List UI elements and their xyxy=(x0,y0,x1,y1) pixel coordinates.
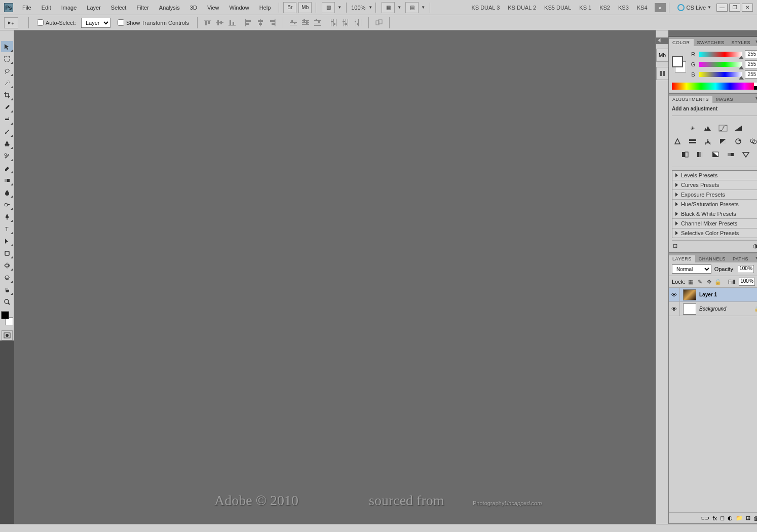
g-slider[interactable] xyxy=(699,62,742,67)
visibility-toggle[interactable]: 👁 xyxy=(669,302,680,316)
color-preview[interactable] xyxy=(672,56,686,72)
threshold-icon[interactable] xyxy=(710,149,721,160)
adj-expand-icon[interactable]: ⊡ xyxy=(673,243,677,249)
invert-icon[interactable] xyxy=(679,149,691,160)
vibrance-icon[interactable] xyxy=(672,136,683,146)
magic-wand-tool[interactable] xyxy=(1,78,13,89)
tab-color[interactable]: COLOR xyxy=(669,39,694,46)
menu-help[interactable]: Help xyxy=(254,3,276,13)
bridge-button[interactable]: Br xyxy=(283,2,296,13)
screen-mode-dropdown[interactable]: ▧▼ xyxy=(321,2,342,13)
3d-rotate-tool[interactable] xyxy=(1,260,13,271)
preset-curves[interactable]: Curves Presets xyxy=(672,180,757,190)
workspace-ks1[interactable]: KS 1 xyxy=(575,3,595,13)
menu-select[interactable]: Select xyxy=(106,3,132,13)
foreground-color-swatch[interactable] xyxy=(1,311,9,319)
path-selection-tool[interactable] xyxy=(1,236,13,247)
adj-clip-icon[interactable]: ◑ xyxy=(753,243,757,249)
tab-paths[interactable]: PATHS xyxy=(729,255,752,262)
color-spectrum[interactable] xyxy=(672,83,757,90)
preset-levels[interactable]: Levels Presets xyxy=(672,171,757,180)
adjustment-layer-icon[interactable]: ◐ xyxy=(728,515,733,521)
lock-position-icon[interactable]: ✥ xyxy=(705,278,712,285)
menu-3d[interactable]: 3D xyxy=(185,3,202,13)
menu-edit[interactable]: Edit xyxy=(36,3,56,13)
marquee-tool[interactable] xyxy=(1,53,13,64)
selective-color-icon[interactable] xyxy=(740,149,751,160)
auto-align-button[interactable] xyxy=(374,18,384,28)
layer-name[interactable]: Background xyxy=(699,306,752,312)
history-brush-tool[interactable] xyxy=(1,150,13,162)
workspace-ks5dual[interactable]: KS5 DUAL xyxy=(540,3,575,13)
workspace-ks2[interactable]: KS2 xyxy=(595,3,614,13)
distribute-bottom[interactable] xyxy=(313,18,323,28)
workspace-ks4[interactable]: KS4 xyxy=(633,3,652,13)
menu-window[interactable]: Window xyxy=(224,3,254,13)
distribute-vcenter[interactable] xyxy=(300,18,311,28)
brightness-contrast-icon[interactable]: ☀ xyxy=(687,123,698,133)
tab-layers[interactable]: LAYERS xyxy=(669,255,695,262)
photo-filter-icon[interactable] xyxy=(733,136,744,146)
lock-transparency-icon[interactable]: ▦ xyxy=(687,278,694,285)
menu-view[interactable]: View xyxy=(202,3,224,13)
distribute-right[interactable] xyxy=(353,18,363,28)
preset-channel[interactable]: Channel Mixer Presets xyxy=(672,219,757,229)
preset-bw[interactable]: Black & White Presets xyxy=(672,209,757,219)
b-slider[interactable] xyxy=(699,72,742,77)
align-vertical-centers[interactable] xyxy=(215,18,225,28)
quick-mask-button[interactable] xyxy=(2,330,13,340)
window-restore-button[interactable]: ❐ xyxy=(729,4,740,12)
lock-all-icon[interactable]: 🔒 xyxy=(714,278,722,285)
eraser-tool[interactable] xyxy=(1,163,13,174)
stamp-tool[interactable] xyxy=(1,138,13,149)
layer-name[interactable]: Layer 1 xyxy=(699,292,757,297)
align-bottom-edges[interactable] xyxy=(227,18,237,28)
3d-orbit-tool[interactable] xyxy=(1,272,13,283)
brush-tool[interactable] xyxy=(1,126,13,137)
tab-adjustments[interactable]: ADJUSTMENTS xyxy=(669,96,712,103)
menu-file[interactable]: File xyxy=(17,3,36,13)
shape-tool[interactable] xyxy=(1,248,13,259)
layer-style-icon[interactable]: fx xyxy=(712,515,717,521)
align-horizontal-centers[interactable] xyxy=(255,18,266,28)
workspace-more-button[interactable]: » xyxy=(655,3,666,12)
black-white-icon[interactable] xyxy=(717,136,729,146)
dodge-tool[interactable] xyxy=(1,199,13,210)
document-canvas[interactable]: Adobe © 2010 sourced from PhotographyUnc… xyxy=(14,30,656,524)
curves-icon[interactable] xyxy=(717,123,729,133)
collapsed-panel-2[interactable] xyxy=(656,67,668,80)
healing-brush-tool[interactable] xyxy=(1,114,13,125)
gradient-map-icon[interactable] xyxy=(725,149,736,160)
layer-thumbnail[interactable] xyxy=(683,303,696,315)
eyedropper-tool[interactable] xyxy=(1,102,13,113)
window-minimize-button[interactable]: — xyxy=(716,4,728,12)
workspace-ks3[interactable]: KS3 xyxy=(614,3,633,13)
color-balance-icon[interactable] xyxy=(702,136,713,146)
b-value[interactable]: 255 xyxy=(745,70,757,79)
layer-mask-icon[interactable]: ◻ xyxy=(720,515,725,521)
tab-swatches[interactable]: SWATCHES xyxy=(694,39,728,46)
pen-tool[interactable] xyxy=(1,211,13,222)
g-value[interactable]: 255 xyxy=(745,60,757,68)
hand-tool[interactable] xyxy=(1,284,13,295)
auto-select-checkbox[interactable]: Auto-Select: xyxy=(37,19,76,26)
menu-filter[interactable]: Filter xyxy=(131,3,154,13)
align-top-edges[interactable] xyxy=(203,18,213,28)
menu-layer[interactable]: Layer xyxy=(82,3,106,13)
delete-layer-icon[interactable]: 🗑 xyxy=(753,515,757,521)
preset-exposure[interactable]: Exposure Presets xyxy=(672,190,757,200)
tab-styles[interactable]: STYLES xyxy=(728,39,754,46)
view-extras-dropdown[interactable]: ▤▼ xyxy=(404,2,425,13)
distribute-hcenter[interactable] xyxy=(341,18,351,28)
arrange-docs-dropdown[interactable]: ▦▼ xyxy=(381,2,401,13)
show-transform-checkbox[interactable]: Show Transform Controls xyxy=(118,19,189,26)
workspace-ksdual2[interactable]: KS DUAL 2 xyxy=(504,3,540,13)
lasso-tool[interactable] xyxy=(1,65,13,77)
layer-row-layer1[interactable]: 👁 Layer 1 xyxy=(669,288,757,302)
new-group-icon[interactable]: 📁 xyxy=(736,515,743,521)
blend-mode-select[interactable]: Normal xyxy=(672,264,711,274)
collapsed-panel-1[interactable]: Mb xyxy=(656,49,668,62)
window-close-button[interactable]: ✕ xyxy=(742,4,753,12)
distribute-left[interactable] xyxy=(329,18,339,28)
hue-saturation-icon[interactable] xyxy=(687,136,698,146)
